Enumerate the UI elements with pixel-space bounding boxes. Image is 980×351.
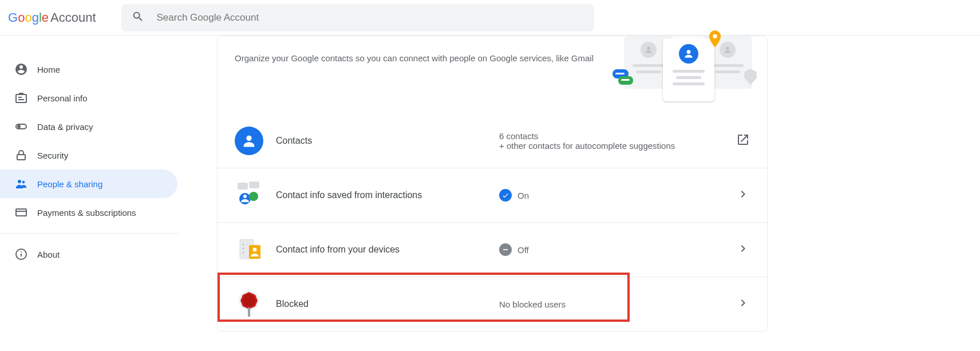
svg-rect-24 bbox=[238, 183, 248, 190]
chevron-right-icon bbox=[736, 296, 750, 312]
sidebar-divider bbox=[0, 233, 179, 234]
svg-rect-39 bbox=[248, 307, 250, 317]
svg-rect-20 bbox=[615, 73, 625, 74]
google-logo: Google bbox=[8, 10, 49, 25]
sidebar-item-payments[interactable]: Payments & subscriptions bbox=[0, 198, 179, 227]
sidebar-item-about[interactable]: About bbox=[0, 240, 179, 269]
minus-icon bbox=[499, 243, 512, 256]
sidebar-item-label: About bbox=[37, 250, 60, 259]
sidebar-item-personal-info[interactable]: Personal info bbox=[0, 84, 179, 112]
status-text: Off bbox=[517, 245, 529, 255]
contacts-card: Contacts Organize your Google contacts s… bbox=[217, 36, 768, 332]
svg-rect-21 bbox=[621, 79, 630, 81]
pin-icon bbox=[709, 30, 721, 48]
svg-point-13 bbox=[21, 251, 22, 253]
contacts-count: 6 contacts bbox=[499, 131, 675, 141]
devices-icon bbox=[235, 235, 263, 264]
sidebar-item-label: Security bbox=[37, 151, 68, 160]
shield-shape-icon bbox=[743, 68, 758, 88]
svg-rect-0 bbox=[16, 94, 26, 102]
svg-marker-22 bbox=[744, 69, 756, 85]
contacts-illustration bbox=[624, 36, 752, 101]
google-account-logo[interactable]: Google Account bbox=[8, 10, 96, 25]
card-header: Contacts Organize your Google contacts s… bbox=[218, 36, 767, 101]
svg-rect-6 bbox=[17, 155, 25, 160]
row-status: 6 contacts + other contacts for autocomp… bbox=[499, 131, 736, 151]
svg-point-15 bbox=[726, 47, 729, 50]
search-input[interactable] bbox=[157, 12, 584, 23]
svg-point-14 bbox=[647, 47, 650, 50]
highlight-annotation bbox=[218, 273, 630, 322]
row-contacts[interactable]: Contacts 6 contacts + other contacts for… bbox=[218, 114, 767, 168]
user-circle-icon bbox=[14, 62, 28, 76]
row-blocked[interactable]: Blocked No blocked users bbox=[218, 277, 767, 331]
sidebar-item-security[interactable]: Security bbox=[0, 141, 179, 169]
contacts-extra: + other contacts for autocomplete sugges… bbox=[499, 141, 675, 151]
row-status: On bbox=[499, 189, 736, 202]
app-header: Google Account bbox=[0, 0, 980, 36]
svg-marker-38 bbox=[243, 294, 256, 307]
svg-rect-25 bbox=[249, 182, 259, 188]
status-text: On bbox=[517, 191, 529, 200]
row-label: Blocked bbox=[276, 299, 499, 309]
svg-rect-35 bbox=[503, 249, 508, 250]
svg-point-7 bbox=[18, 180, 21, 183]
sidebar: Home Personal info Data & privacy Securi… bbox=[0, 36, 179, 332]
svg-point-23 bbox=[246, 136, 251, 141]
svg-point-30 bbox=[243, 244, 244, 246]
row-status: Off bbox=[499, 243, 736, 256]
sidebar-item-label: Payments & subscriptions bbox=[37, 208, 136, 218]
svg-rect-1 bbox=[19, 93, 23, 95]
row-status: No blocked users bbox=[499, 299, 736, 309]
account-label: Account bbox=[50, 10, 96, 25]
lock-icon bbox=[14, 148, 28, 162]
toggle-icon bbox=[14, 120, 28, 133]
chevron-right-icon bbox=[736, 187, 750, 203]
contacts-icon bbox=[235, 127, 263, 155]
main-content: Contacts Organize your Google contacts s… bbox=[179, 36, 768, 332]
svg-point-5 bbox=[18, 125, 20, 128]
svg-rect-9 bbox=[16, 209, 26, 216]
row-label: Contact info from your devices bbox=[276, 244, 499, 255]
row-label: Contacts bbox=[276, 136, 499, 146]
svg-point-27 bbox=[249, 192, 258, 201]
svg-point-28 bbox=[243, 195, 247, 198]
search-bar[interactable] bbox=[121, 4, 594, 31]
sidebar-item-label: Home bbox=[37, 65, 60, 74]
sidebar-item-label: People & sharing bbox=[37, 179, 102, 189]
check-icon bbox=[499, 189, 512, 202]
sidebar-item-people-sharing[interactable]: People & sharing bbox=[0, 169, 177, 198]
svg-point-16 bbox=[687, 50, 691, 54]
chevron-right-icon bbox=[736, 242, 750, 258]
card-rows: Contacts 6 contacts + other contacts for… bbox=[218, 101, 767, 331]
sidebar-item-label: Personal info bbox=[37, 93, 88, 103]
status-text: No blocked users bbox=[499, 299, 566, 309]
svg-point-34 bbox=[253, 248, 257, 252]
id-card-icon bbox=[14, 91, 28, 105]
chat-icon bbox=[612, 69, 635, 91]
svg-rect-33 bbox=[249, 245, 260, 259]
card-icon bbox=[14, 206, 28, 219]
svg-point-17 bbox=[713, 34, 717, 38]
sidebar-item-label: Data & privacy bbox=[37, 122, 93, 132]
svg-point-32 bbox=[243, 252, 244, 254]
sidebar-item-data-privacy[interactable]: Data & privacy bbox=[0, 112, 179, 141]
row-interactions[interactable]: Contact info saved from interactions On bbox=[218, 168, 767, 222]
row-label: Contact info saved from interactions bbox=[276, 190, 499, 200]
people-icon bbox=[14, 177, 28, 191]
search-icon bbox=[132, 10, 144, 25]
svg-point-8 bbox=[22, 181, 25, 184]
interactions-icon bbox=[235, 181, 263, 210]
external-link-icon bbox=[736, 133, 750, 149]
info-icon bbox=[14, 247, 28, 261]
row-devices[interactable]: Contact info from your devices Off bbox=[218, 222, 767, 277]
svg-point-31 bbox=[243, 248, 244, 250]
blocked-icon bbox=[235, 290, 263, 318]
sidebar-item-home[interactable]: Home bbox=[0, 55, 179, 84]
